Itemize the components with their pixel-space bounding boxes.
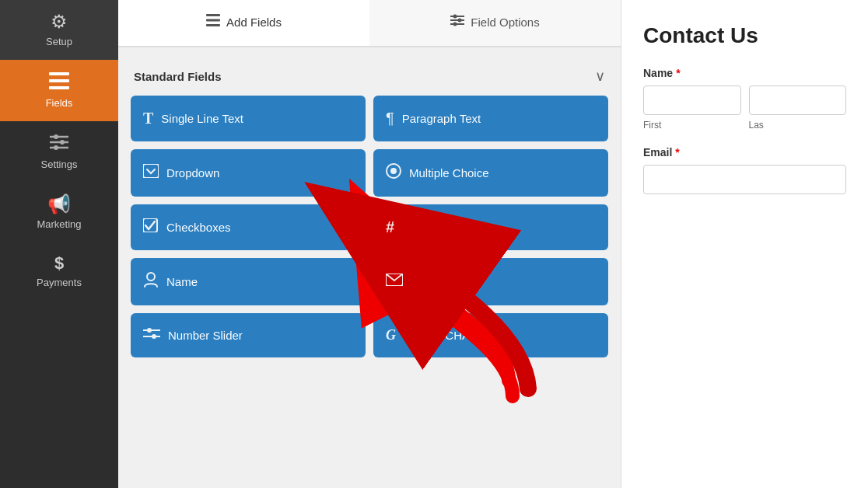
field-btn-multiple-choice-label: Multiple Choice xyxy=(409,166,489,180)
fields-panel: Standard Fields ∨ T Single Line Text ¶ P… xyxy=(118,47,621,488)
main-content: Add Fields Field Options xyxy=(118,0,621,488)
sidebar-label-payments: Payments xyxy=(37,277,82,288)
field-btn-single-line-text[interactable]: T Single Line Text xyxy=(131,96,366,141)
field-btn-paragraph-text-label: Paragraph Text xyxy=(402,112,481,125)
field-options-tab-label: Field Options xyxy=(471,16,539,29)
section-title: Standard Fields xyxy=(134,70,222,83)
svg-point-6 xyxy=(60,140,65,145)
email-field-group: Email * xyxy=(643,146,846,194)
last-name-input[interactable] xyxy=(749,85,847,115)
checkboxes-icon xyxy=(143,218,159,236)
settings-icon xyxy=(50,134,68,154)
fields-icon xyxy=(49,72,69,92)
field-btn-dropdown[interactable]: Dropdown xyxy=(131,149,366,197)
svg-point-8 xyxy=(54,145,58,150)
name-sub-labels: First Las xyxy=(643,120,846,131)
svg-point-23 xyxy=(390,168,397,174)
svg-rect-12 xyxy=(206,14,220,16)
sidebar-item-marketing[interactable]: 📢 Marketing xyxy=(0,183,118,242)
email-required-star: * xyxy=(675,146,679,159)
sidebar-label-marketing: Marketing xyxy=(37,218,81,230)
email-field-label: Email * xyxy=(643,146,846,159)
payments-icon: $ xyxy=(54,255,64,272)
svg-point-16 xyxy=(453,15,457,19)
paragraph-text-icon: ¶ xyxy=(386,110,394,127)
field-btn-name-label: Name xyxy=(166,275,198,288)
name-field-label: Name * xyxy=(643,67,846,79)
email-input[interactable] xyxy=(643,165,846,194)
field-btn-recaptcha[interactable]: G reCAPTCHA xyxy=(373,313,608,357)
field-btn-name[interactable]: Name xyxy=(131,258,366,305)
name-field-group: Name * First Las xyxy=(643,67,846,131)
svg-point-28 xyxy=(147,328,152,333)
sidebar-item-fields[interactable]: Fields xyxy=(0,60,118,121)
gear-icon: ⚙ xyxy=(51,12,68,31)
multiple-choice-icon xyxy=(386,163,401,183)
field-btn-numbers-label: Numbers xyxy=(402,221,450,234)
svg-rect-21 xyxy=(143,164,159,178)
sidebar-label-fields: Fields xyxy=(46,97,73,109)
standard-fields-header: Standard Fields ∨ xyxy=(131,60,608,96)
right-panel: Contact Us Name * First Las Email * xyxy=(621,0,868,488)
sidebar: ⚙ Setup Fields Settings 📢 Market xyxy=(0,0,118,488)
tab-add-fields[interactable]: Add Fields xyxy=(118,0,369,46)
svg-rect-1 xyxy=(49,79,69,82)
name-inputs-row xyxy=(643,85,846,115)
chevron-down-icon[interactable]: ∨ xyxy=(595,68,605,85)
sidebar-item-payments[interactable]: $ Payments xyxy=(0,242,118,301)
field-btn-dropdown-label: Dropdown xyxy=(166,166,219,180)
svg-rect-13 xyxy=(206,19,220,22)
add-fields-tab-icon xyxy=(206,14,220,30)
number-slider-icon xyxy=(143,327,160,343)
email-icon xyxy=(386,274,403,290)
first-name-input[interactable] xyxy=(643,85,741,115)
svg-point-20 xyxy=(453,23,457,26)
numbers-icon: # xyxy=(386,218,394,236)
field-btn-number-slider-label: Number Slider xyxy=(168,329,243,342)
field-btn-numbers[interactable]: # Numbers xyxy=(373,204,608,250)
tabs-bar: Add Fields Field Options xyxy=(118,0,621,47)
content-wrapper: Add Fields Field Options xyxy=(118,0,868,488)
svg-point-4 xyxy=(54,134,58,139)
tab-field-options[interactable]: Field Options xyxy=(369,0,621,46)
marketing-icon: 📢 xyxy=(47,195,71,214)
field-options-tab-icon xyxy=(450,14,464,30)
field-btn-checkboxes[interactable]: Checkboxes xyxy=(131,204,366,250)
add-fields-tab-label: Add Fields xyxy=(226,16,282,29)
sidebar-label-settings: Settings xyxy=(41,159,78,170)
svg-rect-2 xyxy=(49,86,69,89)
sidebar-item-settings[interactable]: Settings xyxy=(0,121,118,183)
field-btn-recaptcha-label: reCAPTCHA xyxy=(404,329,470,342)
field-btn-email[interactable]: Email xyxy=(373,258,608,305)
recaptcha-icon: G xyxy=(386,327,396,343)
field-btn-number-slider[interactable]: Number Slider xyxy=(131,313,366,357)
field-btn-paragraph-text[interactable]: ¶ Paragraph Text xyxy=(373,96,608,141)
field-btn-checkboxes-label: Checkboxes xyxy=(166,221,231,234)
svg-point-25 xyxy=(147,273,155,281)
svg-point-30 xyxy=(152,334,156,339)
name-required-star: * xyxy=(676,67,680,79)
field-btn-single-line-text-label: Single Line Text xyxy=(161,112,243,125)
field-btn-multiple-choice[interactable]: Multiple Choice xyxy=(373,149,608,197)
fields-grid: T Single Line Text ¶ Paragraph Text xyxy=(131,96,608,357)
first-label: First xyxy=(643,120,741,131)
name-field-icon xyxy=(143,272,159,291)
svg-rect-0 xyxy=(49,72,69,75)
single-line-text-icon: T xyxy=(143,110,153,127)
dropdown-icon xyxy=(143,164,159,182)
field-btn-email-label: Email xyxy=(411,275,440,288)
last-label: Las xyxy=(749,120,847,131)
form-title: Contact Us xyxy=(643,23,846,48)
svg-point-18 xyxy=(458,19,462,23)
sidebar-item-setup[interactable]: ⚙ Setup xyxy=(0,0,118,60)
svg-rect-14 xyxy=(206,24,220,26)
sidebar-label-setup: Setup xyxy=(46,36,72,47)
